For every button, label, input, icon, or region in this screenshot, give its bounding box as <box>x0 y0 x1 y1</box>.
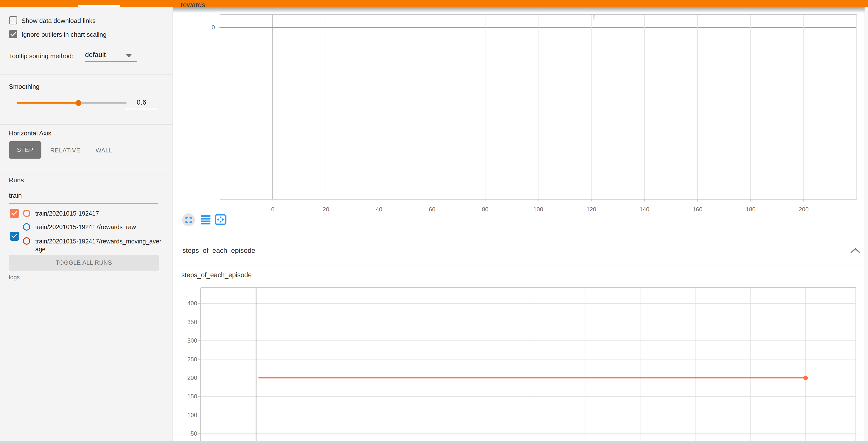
svg-text:0: 0 <box>212 24 215 31</box>
smoothing-value-input[interactable]: 0.6 <box>125 98 158 106</box>
chevron-up-icon[interactable] <box>849 246 862 256</box>
svg-text:180: 180 <box>746 206 755 213</box>
check-icon <box>11 209 17 215</box>
section-title: steps_of_each_episode <box>182 247 255 255</box>
svg-text:0: 0 <box>271 206 274 213</box>
toggle-all-runs-button[interactable]: TOGGLE ALL RUNS <box>9 255 159 271</box>
ignore-outliers-label: Ignore outliers in chart scaling <box>22 31 106 38</box>
run-label-1[interactable]: train/20201015-192417/rewards_raw <box>35 224 136 231</box>
run-label-0[interactable]: train/20201015-192417 <box>35 210 99 217</box>
divider <box>0 169 173 169</box>
rewards-line-chart[interactable]: 0020406080100120140160180200 <box>173 0 868 237</box>
show-data-download-links-checkbox[interactable] <box>9 16 17 24</box>
tensorboard-app: Show data download links Ignore outliers… <box>0 0 868 443</box>
svg-text:80: 80 <box>482 206 489 213</box>
horizontal-axis-label: Horizontal Axis <box>9 129 51 137</box>
run-checkbox-0[interactable] <box>10 209 19 218</box>
expand-chart-icon[interactable] <box>181 212 197 228</box>
svg-text:100: 100 <box>187 412 197 418</box>
chevron-down-icon[interactable] <box>126 54 132 57</box>
svg-text:250: 250 <box>187 356 197 362</box>
vertical-scrollbar[interactable] <box>865 7 868 443</box>
smoothing-slider-fill <box>17 102 79 104</box>
divider <box>0 124 173 124</box>
svg-text:150: 150 <box>187 393 197 400</box>
run-label-2[interactable]: train/20201015-192417/rewards_moving_ave… <box>35 237 161 253</box>
smoothing-label: Smoothing <box>9 83 39 91</box>
axis-relative-button[interactable]: RELATIVE <box>50 147 80 154</box>
svg-text:50: 50 <box>190 430 197 437</box>
svg-text:40: 40 <box>376 206 382 213</box>
svg-text:60: 60 <box>429 206 435 213</box>
svg-text:200: 200 <box>187 375 197 381</box>
svg-text:20: 20 <box>322 206 329 213</box>
svg-text:400: 400 <box>187 300 197 306</box>
svg-text:100: 100 <box>533 206 543 213</box>
svg-text:120: 120 <box>586 206 596 213</box>
ignore-outliers-checkbox[interactable] <box>9 30 17 38</box>
dropdown-underline <box>85 61 137 62</box>
data-series-icon[interactable] <box>200 214 211 226</box>
steps-line-chart[interactable]: 40035030025020015010050 <box>173 259 868 443</box>
run-filter-input[interactable]: train <box>9 192 22 200</box>
tooltip-sorting-dropdown[interactable]: default <box>85 51 106 59</box>
axis-step-button[interactable]: STEP <box>9 141 41 158</box>
tooltip-sorting-label: Tooltip sorting method: <box>9 52 73 60</box>
logs-label: logs <box>9 274 20 281</box>
check-icon <box>10 30 16 36</box>
bottom-edge-strip <box>0 441 868 443</box>
svg-text:140: 140 <box>640 206 649 213</box>
smoothing-slider-knob[interactable] <box>76 100 81 106</box>
svg-text:200: 200 <box>799 206 809 213</box>
check-icon <box>11 232 17 238</box>
run-radio-1[interactable] <box>23 223 30 231</box>
run-checkbox-1[interactable] <box>10 232 19 241</box>
active-tab-indicator <box>78 5 120 7</box>
svg-text:350: 350 <box>187 319 197 325</box>
runs-label: Runs <box>9 176 24 184</box>
svg-text:160: 160 <box>692 206 702 213</box>
axis-wall-button[interactable]: WALL <box>96 147 113 154</box>
run-radio-0[interactable] <box>23 210 30 217</box>
run-filter-underline <box>9 204 158 204</box>
svg-text:300: 300 <box>187 337 197 344</box>
fit-domain-icon[interactable] <box>215 214 226 225</box>
show-data-download-links-label: Show data download links <box>22 17 96 25</box>
smoothing-input-underline <box>125 109 158 109</box>
section-divider <box>173 237 868 237</box>
divider <box>0 75 173 75</box>
run-radio-2[interactable] <box>23 237 30 245</box>
